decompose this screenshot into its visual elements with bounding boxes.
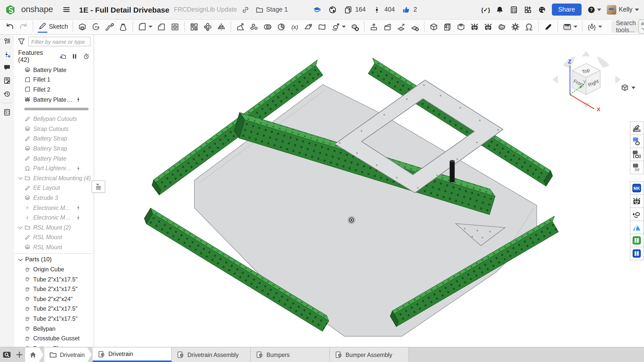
- block-pattern-tool-button[interactable]: [441, 21, 454, 32]
- versions-status[interactable]: 404: [373, 5, 395, 14]
- home-tab[interactable]: [25, 347, 43, 362]
- part-row[interactable]: Tube 2"x2"x24": [14, 294, 94, 304]
- feature-folder-row[interactable]: Electrical Mounting (4): [14, 173, 94, 183]
- plane-tool-button[interactable]: [302, 21, 315, 32]
- part-row[interactable]: Tube 2"x1"x17.5": [14, 284, 94, 294]
- public-globe-status[interactable]: [328, 5, 337, 14]
- feature-row[interactable]: Fillet 1: [14, 75, 94, 85]
- mirror-tool-button[interactable]: [214, 21, 228, 32]
- redo-tool-button[interactable]: [17, 21, 30, 32]
- gear-feature-tool-button[interactable]: [509, 21, 522, 32]
- part-export-app-button[interactable]: [630, 207, 644, 221]
- onshape-logo-icon[interactable]: [5, 4, 16, 15]
- add-tab-button[interactable]: [13, 347, 25, 362]
- marker-tool-button[interactable]: [541, 21, 555, 32]
- copies-status[interactable]: 164: [344, 5, 366, 14]
- view-cube[interactable]: TopFrontRightZXY: [550, 48, 625, 114]
- part-row[interactable]: Bellypan: [14, 324, 94, 334]
- feature-folder-row[interactable]: RSL Mount (2): [14, 223, 94, 232]
- part-row[interactable]: Tube 2"x1"x17.5": [14, 304, 94, 314]
- feature-row[interactable]: RSL Mount: [14, 232, 94, 242]
- tube-hole-tool-button[interactable]: [454, 21, 468, 32]
- robot-feature-2-tool-button[interactable]: [481, 21, 495, 32]
- tab-bumpers[interactable]: Bumpers: [251, 347, 330, 362]
- history-rail-button[interactable]: [3, 90, 11, 98]
- notifications-button[interactable]: [495, 5, 504, 14]
- feature-row[interactable]: Part Lightening...: [14, 163, 94, 173]
- cube-primitive-tool-button[interactable]: [427, 21, 441, 32]
- doc-green-app-button[interactable]: [630, 234, 644, 247]
- link-icon[interactable]: [241, 5, 250, 14]
- circular-pattern-tool-button[interactable]: [201, 21, 214, 32]
- feature-row[interactable]: RSL Mount: [14, 242, 94, 252]
- feature-script-button[interactable]: {✓}: [481, 5, 490, 14]
- feature-row[interactable]: Bellypan Cutouts: [14, 114, 94, 124]
- folder-breadcrumb-tab[interactable]: Drivetrain: [44, 347, 92, 362]
- part-row[interactable]: Tube 2"x1"x17.5": [14, 274, 94, 284]
- tab-bumper-assembly[interactable]: Bumper Assembly: [330, 347, 409, 362]
- move-face-tool-button[interactable]: [394, 21, 408, 32]
- doc-blue-app-button[interactable]: [630, 247, 644, 260]
- create-version-rail-button[interactable]: [3, 50, 11, 58]
- bom-table-panel-button[interactable]: [630, 134, 644, 148]
- extrude-tool-button[interactable]: [76, 21, 89, 32]
- branch-dots-icon[interactable]: [75, 165, 81, 171]
- search-tabs-button[interactable]: [0, 347, 13, 362]
- boolean-tool-button[interactable]: [261, 21, 274, 32]
- search-tools[interactable]: Search tools... alt/⌥ c: [611, 21, 644, 33]
- enclose-tool-button[interactable]: [381, 21, 394, 32]
- delete-part-tool-button[interactable]: [348, 21, 362, 32]
- revolve-tool-button[interactable]: [89, 21, 103, 32]
- view-options-button[interactable]: [620, 83, 635, 92]
- name-tag-tool-button[interactable]: HELLO: [560, 21, 580, 32]
- configurations-panel-button[interactable]: (x): [630, 161, 644, 174]
- custom-table-panel-button[interactable]: [630, 148, 644, 161]
- feature-row[interactable]: Battery Plate S...: [14, 95, 94, 104]
- feature-row[interactable]: EE Layout: [14, 183, 94, 193]
- sweep-tool-button[interactable]: [103, 21, 116, 32]
- sketch-tool-button[interactable]: Sketch: [36, 20, 70, 34]
- graphics-viewport[interactable]: TopFrontRightZXY: [94, 34, 629, 347]
- feature-row[interactable]: Electronic Mou...: [14, 203, 94, 212]
- document-title[interactable]: 1E - Full Detail Drivebase: [79, 5, 169, 14]
- theme-palette-button[interactable]: [538, 5, 546, 14]
- branch-dots-icon[interactable]: [75, 96, 81, 103]
- model-round-spacer[interactable]: [450, 160, 455, 182]
- feature-row[interactable]: Strap Cutouts: [14, 124, 94, 134]
- part-row[interactable]: Origin Cube: [14, 265, 94, 274]
- drivebase-model[interactable]: [94, 34, 629, 347]
- part-row[interactable]: Tube 2"x1"x17.5": [14, 314, 94, 324]
- comments-rail-button[interactable]: [3, 63, 11, 71]
- stage-breadcrumb[interactable]: Stage 1: [266, 6, 288, 13]
- part-lightening-tool-button[interactable]: [522, 21, 536, 32]
- rollback-bar[interactable]: [24, 108, 89, 111]
- tab-drivetrain-assembly[interactable]: Drivetrain Assembly: [172, 347, 251, 362]
- frame-tool-tool-button[interactable]: {}: [585, 21, 604, 32]
- add-folder-button[interactable]: [59, 53, 66, 60]
- follow-doc-rail-button[interactable]: [3, 77, 11, 85]
- transform-tool-button[interactable]: [329, 21, 348, 32]
- workspace-name[interactable]: FRCDesignLib Update: [174, 6, 237, 13]
- part-row[interactable]: Crosstube Gusset: [14, 334, 94, 343]
- split-tool-button[interactable]: [274, 21, 288, 32]
- loft-tool-button[interactable]: [116, 21, 130, 32]
- variable-tool-button[interactable]: (x): [288, 21, 302, 32]
- chevron-down-icon[interactable]: [17, 175, 23, 181]
- primitives-tool-button[interactable]: [247, 21, 261, 32]
- feature-row[interactable]: Battery Plate: [14, 154, 94, 163]
- branch-dots-icon[interactable]: [75, 214, 81, 221]
- robot-feature-tool-button[interactable]: [468, 21, 481, 32]
- main-menu-button[interactable]: [62, 6, 70, 14]
- feature-row[interactable]: Electronic Mou...: [14, 213, 94, 223]
- chamfer-tool-button[interactable]: [155, 21, 168, 32]
- undo-tool-button[interactable]: [3, 21, 17, 32]
- chevron-down-icon[interactable]: [17, 257, 23, 262]
- hole-tool-button[interactable]: [168, 21, 182, 32]
- linear-pattern-tool-button[interactable]: [187, 21, 201, 32]
- thicken-tool-button[interactable]: [367, 21, 381, 32]
- appearance-panel-button[interactable]: [630, 121, 644, 135]
- feature-row[interactable]: Battery Strap: [14, 134, 94, 143]
- mkcad-app-button[interactable]: MK: [630, 181, 644, 195]
- apps-grid-button[interactable]: [523, 5, 532, 14]
- feature-row[interactable]: Battery Strap: [14, 143, 94, 153]
